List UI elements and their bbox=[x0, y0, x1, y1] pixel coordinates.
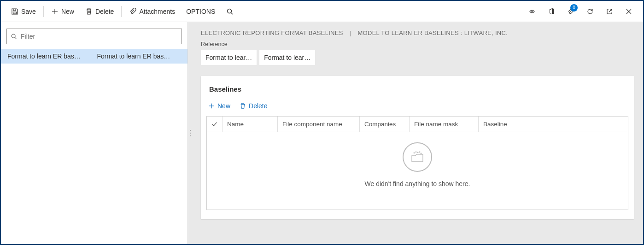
save-label: Save bbox=[21, 8, 36, 15]
col-component[interactable]: File component name bbox=[278, 117, 360, 132]
filter-box[interactable] bbox=[6, 29, 182, 44]
attachments-label: Attachments bbox=[139, 8, 175, 15]
filter-input[interactable] bbox=[21, 33, 178, 40]
attach-counter-button[interactable]: 0 bbox=[561, 1, 580, 22]
refresh-icon bbox=[586, 8, 594, 15]
card-delete-label: Delete bbox=[249, 102, 267, 110]
breadcrumb-root[interactable]: ELECTRONIC REPORTING FORMAT BASELINES bbox=[201, 29, 343, 36]
search-button[interactable] bbox=[221, 1, 239, 22]
svg-point-4 bbox=[416, 152, 416, 152]
close-icon bbox=[626, 8, 632, 15]
col-companies[interactable]: Companies bbox=[360, 117, 410, 132]
options-button[interactable]: OPTIONS bbox=[181, 1, 221, 22]
save-button[interactable]: Save bbox=[6, 1, 41, 22]
plus-icon bbox=[51, 8, 59, 15]
list-item-col2: Format to learn ER bas… bbox=[94, 52, 184, 60]
related-info-button[interactable] bbox=[522, 1, 542, 22]
paperclip-icon bbox=[129, 8, 136, 15]
baselines-grid: Name File component name Companies File … bbox=[206, 116, 628, 210]
card-new-button[interactable]: New bbox=[207, 100, 231, 111]
svg-rect-0 bbox=[13, 12, 17, 14]
action-bar: Save New Delete Attachments OPTIONS bbox=[1, 1, 643, 22]
plus-icon bbox=[208, 103, 215, 109]
svg-point-3 bbox=[414, 152, 415, 153]
baselines-card: Baselines New Delete bbox=[201, 76, 634, 219]
svg-point-7 bbox=[421, 153, 422, 154]
svg-point-1 bbox=[228, 9, 232, 13]
reference-value-2[interactable]: Format to lear… bbox=[259, 50, 315, 65]
grid-header: Name File component name Companies File … bbox=[207, 117, 628, 132]
breadcrumb-sep: | bbox=[350, 29, 351, 36]
card-delete-button[interactable]: Delete bbox=[239, 100, 268, 111]
svg-point-6 bbox=[419, 152, 420, 152]
splitter-handle[interactable] bbox=[190, 130, 191, 136]
separator bbox=[43, 6, 44, 17]
card-title: Baselines bbox=[201, 76, 634, 96]
card-new-label: New bbox=[217, 102, 230, 110]
col-baseline[interactable]: Baseline bbox=[479, 117, 628, 132]
separator bbox=[121, 6, 122, 17]
breadcrumb: ELECTRONIC REPORTING FORMAT BASELINES | … bbox=[188, 22, 643, 41]
record-list: Format to learn ER bas… Format to learn … bbox=[1, 49, 187, 244]
grid-empty-state: We didn't find anything to show here. bbox=[207, 132, 628, 210]
reference-label: Reference bbox=[201, 41, 630, 47]
delete-button[interactable]: Delete bbox=[80, 1, 119, 22]
trash-icon bbox=[85, 8, 93, 15]
col-mask[interactable]: File name mask bbox=[410, 117, 479, 132]
left-list-pane: Format to learn ER bas… Format to learn … bbox=[1, 22, 188, 244]
breadcrumb-leaf: MODEL TO LEARN ER BASELINES : LITWARE, I… bbox=[357, 29, 508, 36]
search-icon bbox=[226, 8, 234, 15]
office-icon bbox=[548, 8, 555, 15]
reference-value-1[interactable]: Format to lear… bbox=[201, 50, 257, 65]
list-item-col1: Format to learn ER bas… bbox=[5, 52, 94, 60]
check-icon bbox=[211, 121, 217, 128]
col-name[interactable]: Name bbox=[222, 117, 278, 132]
popout-button[interactable] bbox=[600, 1, 619, 22]
close-button[interactable] bbox=[619, 1, 638, 22]
empty-message: We didn't find anything to show here. bbox=[365, 180, 470, 187]
diamond-icon bbox=[528, 8, 536, 15]
popout-icon bbox=[606, 8, 613, 15]
svg-point-2 bbox=[12, 34, 15, 38]
new-button[interactable]: New bbox=[46, 1, 80, 22]
attach-counter-badge: 0 bbox=[570, 4, 578, 12]
office-button[interactable] bbox=[542, 1, 561, 22]
list-item[interactable]: Format to learn ER bas… Format to learn … bbox=[1, 49, 187, 64]
options-label: OPTIONS bbox=[186, 8, 215, 15]
svg-point-5 bbox=[417, 152, 418, 153]
empty-folder-icon bbox=[403, 142, 432, 172]
detail-pane: ELECTRONIC REPORTING FORMAT BASELINES | … bbox=[188, 22, 643, 244]
col-select-all[interactable] bbox=[207, 117, 222, 132]
attachments-button[interactable]: Attachments bbox=[123, 1, 181, 22]
new-label: New bbox=[61, 8, 74, 15]
search-icon bbox=[11, 33, 17, 40]
right-icon-bar: 0 bbox=[522, 1, 638, 22]
delete-label: Delete bbox=[95, 8, 114, 15]
refresh-button[interactable] bbox=[580, 1, 600, 22]
save-icon bbox=[11, 8, 18, 15]
trash-icon bbox=[240, 103, 246, 109]
